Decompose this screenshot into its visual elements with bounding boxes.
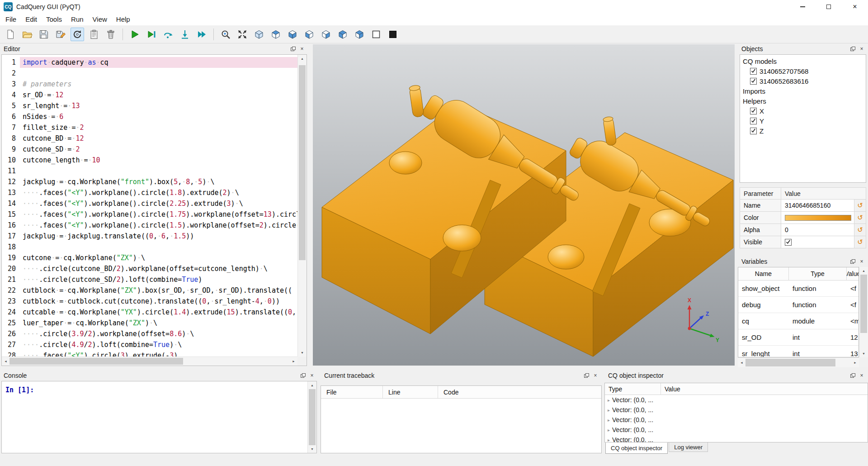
iso-view-button[interactable]	[252, 28, 266, 41]
reset-property-button[interactable]: ↺	[854, 224, 866, 236]
scroll-thumb[interactable]	[9, 358, 183, 365]
debug-button[interactable]	[145, 28, 158, 41]
checkbox[interactable]	[750, 128, 757, 134]
expand-arrow-icon[interactable]: ▸	[608, 418, 610, 423]
code-line-17[interactable]: 17jackplug·=·jackplug.translate((0,·6,·1…	[2, 231, 297, 242]
save-script-button[interactable]	[37, 28, 51, 41]
scroll-thumb[interactable]	[860, 275, 867, 333]
scroll-thumb[interactable]	[299, 65, 306, 260]
code-line-6[interactable]: 6nSides·=·6	[2, 111, 297, 122]
checkbox[interactable]	[785, 239, 792, 246]
bottom-view-button[interactable]	[286, 28, 299, 41]
close-panel-icon[interactable]: ×	[857, 257, 866, 266]
viewport-canvas[interactable]: X Z Y	[313, 44, 735, 366]
scroll-arrow-icon[interactable]: ◄	[738, 358, 745, 367]
float-panel-icon[interactable]	[288, 45, 297, 53]
maximize-button[interactable]	[816, 0, 842, 14]
code-line-10[interactable]: 10cutcone_length·=·10	[2, 155, 297, 166]
scroll-thumb[interactable]	[745, 359, 835, 366]
menu-edit[interactable]: Edit	[21, 14, 42, 25]
fit-view-button[interactable]	[236, 28, 249, 41]
code-line-1[interactable]: 1import·cadquery·as·cq	[2, 57, 297, 68]
code-line-12[interactable]: 12jackplug·=·cq.Workplane("front").box(5…	[2, 176, 297, 187]
shaded-mode-button[interactable]	[386, 28, 400, 41]
render-button[interactable]	[128, 28, 142, 41]
scroll-arrow-icon[interactable]: ▲	[859, 267, 868, 275]
variables-header-name[interactable]: Name	[738, 267, 789, 280]
code-line-4[interactable]: 4sr_OD·=·12	[2, 90, 297, 100]
close-panel-icon[interactable]: ×	[297, 45, 307, 53]
variable-row-show_object[interactable]: show_objectfunction<f	[738, 281, 859, 297]
continue-button[interactable]	[195, 28, 208, 41]
back-view-button[interactable]	[319, 28, 333, 41]
open-script-button[interactable]	[20, 28, 34, 41]
3d-viewport[interactable]: X Z Y	[313, 44, 735, 366]
code-line-22[interactable]: 22cutblock·=·cq.Workplane("ZX").box(sr_O…	[2, 285, 297, 296]
code-line-14[interactable]: 14····.faces("<Y").workplane().circle(2.…	[2, 198, 297, 209]
code-line-25[interactable]: 25luer_taper·=·cq.Workplane("ZX")·\	[2, 318, 297, 328]
new-script-button[interactable]	[4, 28, 17, 41]
traceback-header-code[interactable]: Code	[438, 386, 601, 398]
checkbox[interactable]	[750, 68, 757, 75]
property-value[interactable]	[781, 212, 854, 224]
reset-property-button[interactable]: ↺	[854, 212, 866, 224]
front-view-button[interactable]	[302, 28, 316, 41]
code-line-2[interactable]: 2	[2, 68, 297, 79]
scroll-track[interactable]	[745, 358, 851, 367]
code-line-13[interactable]: 13····.faces("<Y").workplane().circle(1.…	[2, 187, 297, 198]
step-into-button[interactable]	[178, 28, 192, 41]
left-view-button[interactable]	[336, 28, 349, 41]
inspector-header-value[interactable]: Value	[661, 383, 868, 395]
float-panel-icon[interactable]	[298, 371, 307, 380]
scroll-track[interactable]	[859, 275, 868, 350]
code-line-24[interactable]: 24cutcable·=·cq.Workplane("YX").circle(1…	[2, 307, 297, 318]
right-view-button[interactable]	[353, 28, 366, 41]
float-panel-icon[interactable]	[582, 371, 591, 380]
minimize-button[interactable]	[789, 0, 816, 14]
variable-row-cq[interactable]: cqmodule<m	[738, 313, 859, 329]
code-line-3[interactable]: 3# parameters	[2, 79, 297, 90]
tree-item-x[interactable]: X	[740, 106, 866, 116]
scroll-arrow-icon[interactable]: ►	[851, 358, 859, 367]
editor-horizontal-scrollbar[interactable]: ◄►	[2, 357, 297, 366]
tree-item-3140652683616[interactable]: 3140652683616	[740, 76, 866, 86]
close-button[interactable]: ×	[842, 0, 868, 14]
float-panel-icon[interactable]	[848, 45, 857, 53]
tree-item-helpers[interactable]: Helpers	[740, 96, 866, 106]
tree-item-cq-models[interactable]: CQ models	[740, 56, 866, 66]
scroll-arrow-icon[interactable]: ▼	[859, 350, 868, 357]
inspector-header-type[interactable]: Type	[605, 383, 661, 395]
code-line-16[interactable]: 16····.faces("<Y").workplane().circle(1.…	[2, 220, 297, 231]
clear-console-button[interactable]	[87, 28, 101, 41]
expand-arrow-icon[interactable]: ▸	[608, 428, 610, 433]
inspector-row[interactable]: ▸Vector: (0.0, ...	[605, 425, 868, 435]
expand-arrow-icon[interactable]: ▸	[608, 437, 610, 442]
step-over-button[interactable]	[161, 28, 175, 41]
property-value[interactable]: 3140646685160	[781, 200, 854, 212]
code-line-11[interactable]: 11	[2, 166, 297, 176]
code-line-26[interactable]: 26····.circle(3.9/2).workplane(offset=8.…	[2, 328, 297, 339]
code-line-20[interactable]: 20····.circle(cutcone_BD/2).workplane(of…	[2, 263, 297, 274]
code-line-21[interactable]: 21····.circle(cutcone_SD/2).loft(combine…	[2, 274, 297, 285]
scroll-track[interactable]	[298, 62, 307, 349]
code-line-7[interactable]: 7fillet_size·=·2	[2, 122, 297, 133]
variable-row-sr_OD[interactable]: sr_ODint12	[738, 329, 859, 346]
auto-reload-button[interactable]	[71, 28, 84, 41]
delete-model-button[interactable]	[104, 28, 118, 41]
code-line-5[interactable]: 5sr_lenght·=·13	[2, 100, 297, 111]
reset-property-button[interactable]: ↺	[854, 200, 866, 212]
top-view-button[interactable]	[269, 28, 283, 41]
inspector-row[interactable]: ▸Vector: (0.0, ...	[605, 405, 868, 415]
tree-item-y[interactable]: Y	[740, 116, 866, 126]
variables-header-value[interactable]: Value	[847, 267, 859, 280]
menu-help[interactable]: Help	[112, 14, 135, 25]
variable-row-sr_lenght[interactable]: sr_lenghtint13	[738, 346, 859, 357]
tab-log-viewer[interactable]: Log viewer	[669, 442, 708, 452]
scroll-track[interactable]	[9, 357, 290, 366]
variables-horizontal-scrollbar[interactable]: ◄►	[738, 357, 859, 367]
code-line-9[interactable]: 9cutcone_SD·=·2	[2, 144, 297, 155]
scroll-arrow-icon[interactable]: ▼	[308, 445, 316, 453]
scroll-arrow-icon[interactable]: ►	[290, 357, 297, 366]
menu-view[interactable]: View	[88, 14, 112, 25]
menu-tools[interactable]: Tools	[42, 14, 66, 25]
